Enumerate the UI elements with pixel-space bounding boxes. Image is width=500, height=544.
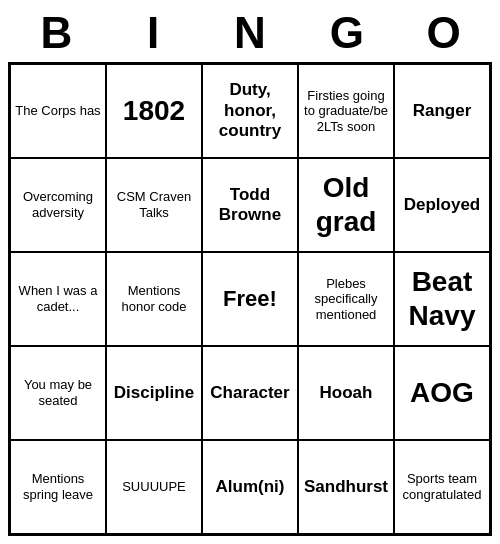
- bingo-grid: The Corps has1802Duty, honor, countryFir…: [8, 62, 492, 536]
- bingo-cell-9: Deployed: [394, 158, 490, 252]
- bingo-cell-16: Discipline: [106, 346, 202, 440]
- bingo-cell-6: CSM Craven Talks: [106, 158, 202, 252]
- bingo-cell-15: You may be seated: [10, 346, 106, 440]
- bingo-cell-23: Sandhurst: [298, 440, 394, 534]
- bingo-cell-12: Free!: [202, 252, 298, 346]
- bingo-cell-1: 1802: [106, 64, 202, 158]
- bingo-cell-7: Todd Browne: [202, 158, 298, 252]
- bingo-cell-13: Plebes specifically mentioned: [298, 252, 394, 346]
- bingo-cell-4: Ranger: [394, 64, 490, 158]
- bingo-cell-5: Overcoming adversity: [10, 158, 106, 252]
- bingo-cell-2: Duty, honor, country: [202, 64, 298, 158]
- bingo-cell-24: Sports team congratulated: [394, 440, 490, 534]
- bingo-cell-18: Hooah: [298, 346, 394, 440]
- bingo-cell-20: Mentions spring leave: [10, 440, 106, 534]
- bingo-cell-14: Beat Navy: [394, 252, 490, 346]
- header-letter-O: O: [395, 8, 492, 58]
- header-letter-I: I: [105, 8, 202, 58]
- bingo-cell-0: The Corps has: [10, 64, 106, 158]
- header-letter-N: N: [202, 8, 299, 58]
- bingo-cell-8: Old grad: [298, 158, 394, 252]
- bingo-cell-11: Mentions honor code: [106, 252, 202, 346]
- bingo-header: BINGO: [8, 8, 492, 58]
- bingo-cell-21: SUUUUPE: [106, 440, 202, 534]
- bingo-cell-17: Character: [202, 346, 298, 440]
- bingo-cell-22: Alum(ni): [202, 440, 298, 534]
- bingo-cell-10: When I was a cadet...: [10, 252, 106, 346]
- bingo-cell-3: Firsties going to graduate/be 2LTs soon: [298, 64, 394, 158]
- bingo-cell-19: AOG: [394, 346, 490, 440]
- header-letter-B: B: [8, 8, 105, 58]
- header-letter-G: G: [298, 8, 395, 58]
